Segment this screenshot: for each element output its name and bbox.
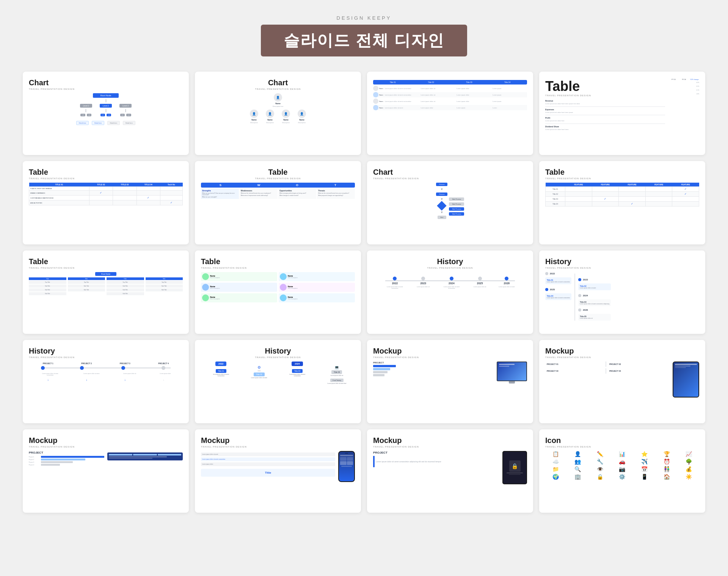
cell xyxy=(160,191,182,196)
person-avatar-small xyxy=(373,92,378,97)
cell xyxy=(645,197,672,202)
screen-bar xyxy=(499,364,515,365)
screen-element xyxy=(109,458,152,459)
slide-card-6: Table TRAVEL PRESENTATION DESIGN S W O T… xyxy=(195,161,361,244)
person-avatar xyxy=(202,273,209,280)
vtimeline-text: Lorem ipsum dolor sit amet xyxy=(580,287,609,289)
row-label: PLASTIC SHOP UNIT BRANDE xyxy=(29,187,89,191)
project-label: PROJECT xyxy=(373,362,494,364)
timeline-dot-empty xyxy=(478,277,482,280)
person-item: Name Role Description xyxy=(279,272,355,281)
swot-cell-text: What proposed changes are approaching? xyxy=(318,195,354,196)
cell xyxy=(89,196,113,200)
value: 1.8% xyxy=(669,93,699,95)
vtimeline-item: 2023 xyxy=(578,278,611,281)
bar xyxy=(373,368,390,370)
col-label: YOY change xyxy=(690,78,699,80)
timeline-dot xyxy=(393,277,397,280)
person-name: Name xyxy=(267,119,273,121)
cell xyxy=(160,187,182,191)
cell xyxy=(672,202,699,207)
mockup-monitor: PROJECT xyxy=(373,362,527,383)
th: FEATURE xyxy=(619,183,646,187)
flow-box: Process xyxy=(436,183,447,186)
person-item: Name Role Description xyxy=(201,272,277,281)
person-details: Name Role Description xyxy=(288,296,298,300)
slide-card-7: Chart TRAVEL PRESENTATION DESIGN Process… xyxy=(367,161,533,244)
row-value: Lorem ipsum text value here xyxy=(545,120,665,122)
cell: ✓ xyxy=(160,200,182,205)
vtimeline-year: 2023 xyxy=(583,279,588,281)
bar-row: Project 2 xyxy=(29,459,104,460)
bar-row xyxy=(373,374,494,376)
year-badge: 2022 xyxy=(215,362,226,366)
cell: Lorem ipsum xyxy=(492,93,527,97)
value: 2.1% xyxy=(669,89,699,91)
org-detail: Detail item xyxy=(92,121,104,125)
history-node: 💻 Title 04 Lorem ipsum dolor sit Final T… xyxy=(328,365,347,384)
slide-title-large: Table xyxy=(545,78,665,94)
screen-row xyxy=(109,454,181,455)
year-arrow: ↓ xyxy=(297,367,298,368)
swot-w: W xyxy=(240,183,278,187)
vtimeline-content: Title 04 Lorem ipsum dolor sit amet cons… xyxy=(545,293,571,300)
row-label: CUSTOMIZABLE MASTER EDGE xyxy=(29,196,89,200)
slide-subtitle: TRAVEL PRESENTATION DESIGN xyxy=(201,88,355,90)
cell xyxy=(89,187,113,191)
lock-icon-2: 🔒 xyxy=(590,474,610,480)
cell: Lorem ipsum xyxy=(492,100,527,103)
timeline-dot-empty xyxy=(162,366,165,370)
cell: ✓ xyxy=(672,192,699,197)
slide-card-1: Chart TRAVEL PRESENTATION DESIGN Root No… xyxy=(23,72,189,155)
calendar-icon: 📅 xyxy=(634,466,655,472)
history-icons: 2022 ↓ Title 01 Lorem ipsum dolor sit am… xyxy=(201,362,355,384)
project-labels: PROJECT 1 PROJECT 2 PROJECT 3 PROJECT 4 xyxy=(29,362,183,365)
org-node: Level 2 xyxy=(119,104,132,108)
timeline-text: Lorem ipsum dolor sit amet xyxy=(499,286,515,288)
financial-table: Revenue Lorem ipsum text value here lore… xyxy=(545,100,665,130)
swot-cell-text: What are the external threats from your … xyxy=(318,193,354,194)
row-value: Lorem ipsum text value here lorem xyxy=(545,128,665,131)
swot-content: Strengths What are you best at? How can … xyxy=(201,188,355,199)
col: Title Top Title Sub Title Sub Title Sub … xyxy=(107,277,144,295)
monitor-content: PROJECT xyxy=(373,362,494,376)
person-avatar xyxy=(280,294,287,301)
swot-cell-text: What are you best at? How can your compa… xyxy=(202,193,238,196)
col-cell: Top Title xyxy=(146,281,183,284)
org-node: L3 xyxy=(126,114,131,116)
slide-card-13: History TRAVEL PRESENTATION DESIGN PROJE… xyxy=(23,340,189,423)
org-detail: Detail item xyxy=(123,121,135,125)
swot-cell: Threats What are the external threats fr… xyxy=(317,188,355,199)
slide-title: Icon xyxy=(545,436,699,445)
divider xyxy=(545,106,665,107)
table-row: Name Lorem ipsum dolor sit amet consecte… xyxy=(373,99,527,104)
col-label: FY 15 xyxy=(669,78,678,80)
col-cell: Sub Title xyxy=(68,285,105,288)
swot-cell: Opportunities What emerging technologies… xyxy=(278,188,316,199)
slide-subtitle: TRAVEL PRESENTATION DESIGN xyxy=(201,177,355,180)
project-name: PROJECT 01 xyxy=(547,363,604,365)
org-node: Level 2 xyxy=(100,104,112,108)
cell: Lorem ipsum xyxy=(456,106,491,110)
monitor-device xyxy=(497,362,527,383)
swot-cell: Weaknesses What are the internal threats… xyxy=(240,188,278,199)
col-cell: Top Title xyxy=(29,281,66,284)
tablet-device xyxy=(673,362,699,398)
person-item: Name Role Description xyxy=(279,293,355,302)
phone-screen xyxy=(338,451,355,482)
timeline-text: Lorem ipsum dolor sit amet consectetur xyxy=(385,286,404,289)
slide-subtitle: TRAVEL PRESENTATION DESIGN xyxy=(545,356,699,358)
slide-subtitle: TRAVEL PRESENTATION DESIGN xyxy=(373,356,527,358)
person-card: 👤 Name Description xyxy=(298,110,306,124)
person-details: Name Role Description xyxy=(210,296,220,300)
person-role: Role Description xyxy=(288,298,298,300)
org-root: Root Node xyxy=(93,93,119,98)
cell xyxy=(113,187,136,191)
content-block: Lorem ipsum dolor xyxy=(201,462,335,466)
folder-icon: 📁 xyxy=(545,466,566,472)
cell: ✓ xyxy=(619,202,646,207)
col-header: Title 01 xyxy=(374,81,411,83)
bar-row xyxy=(373,368,494,370)
divider xyxy=(545,115,665,115)
person-avatar: 👤 xyxy=(250,110,258,118)
